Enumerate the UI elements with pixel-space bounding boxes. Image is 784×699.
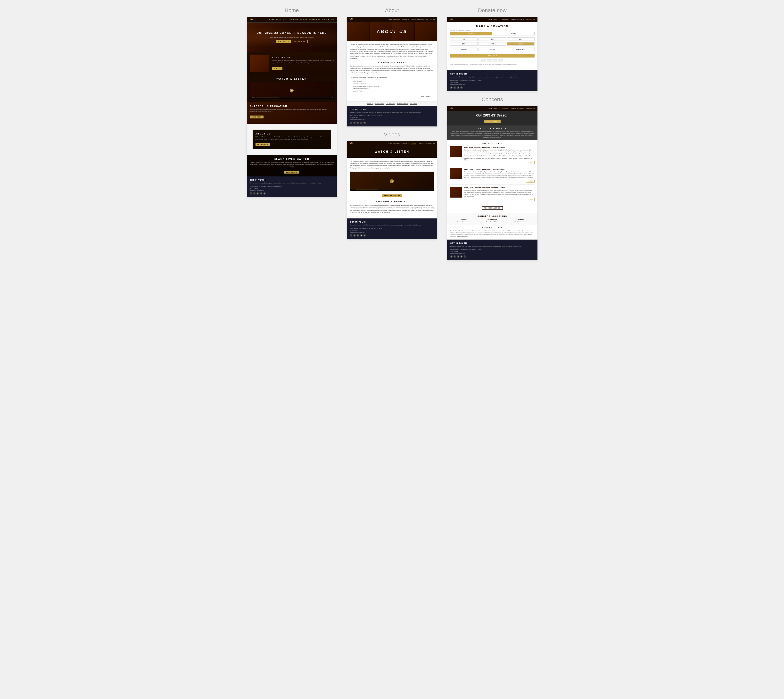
concerts-nav-outreach[interactable]: OUTREACH xyxy=(517,108,525,109)
concerts-nav-links: HOME ABOUT US CONCERTS VIDEOS OUTREACH S… xyxy=(488,108,535,109)
buy-tickets-button[interactable]: BUY TICKETS xyxy=(276,40,291,43)
amount-1200[interactable]: $1,200 xyxy=(507,42,534,46)
videos-nav-home[interactable]: HOME xyxy=(388,143,392,144)
tickets-btn-1[interactable]: TICKETS xyxy=(526,161,534,164)
videos-play-button[interactable] xyxy=(390,179,394,183)
amount-25000[interactable]: $25,000 xyxy=(478,48,506,51)
about-nav-about[interactable]: ABOUT US xyxy=(393,18,400,20)
donate-youtube-icon[interactable]: ▶ xyxy=(460,86,463,89)
musician-thumb-4 xyxy=(415,22,437,41)
donate-nav-support[interactable]: SUPPORT US xyxy=(526,18,535,20)
donate-nav-concerts[interactable]: CONCERTS xyxy=(502,18,509,20)
sub-nav-our-musicians[interactable]: Our Musicians xyxy=(386,103,395,104)
videos-instagram-icon[interactable]: in xyxy=(357,234,359,237)
sub-nav-board-of-directors[interactable]: Board of Directors xyxy=(397,103,408,104)
video-progress-bar[interactable] xyxy=(256,98,331,98)
sub-nav-our-videos[interactable]: Our Videos xyxy=(410,103,417,104)
videos-video-player[interactable]: 0:01 / 1:46 🔊 YT xyxy=(350,172,434,191)
view-catalog-button[interactable]: View our catalog xyxy=(382,194,402,197)
nav-outreach[interactable]: OUTREACH xyxy=(309,19,319,20)
nav-concerts[interactable]: CONCERTS xyxy=(288,19,298,20)
donate-nav-outreach[interactable]: OUTREACH xyxy=(517,18,525,20)
read-more-button[interactable]: READ MORE xyxy=(250,116,263,118)
about-nav-outreach[interactable]: OUTREACH xyxy=(417,18,425,20)
videos-youtube-icon[interactable]: ▶ xyxy=(360,234,362,237)
concerts-nav-home[interactable]: HOME xyxy=(488,108,492,109)
youtube-icon[interactable]: ▶ xyxy=(260,192,262,195)
videos-progress-bar[interactable] xyxy=(356,190,430,190)
amount-10[interactable]: $10 xyxy=(450,37,478,41)
about-nav-support[interactable]: SUPPORT US xyxy=(426,18,435,20)
one-time-btn[interactable]: One Time xyxy=(450,32,492,35)
about-instagram-icon[interactable]: in xyxy=(357,122,359,124)
hero-subtitle: Bach and the Dance | Name of Second Show… xyxy=(256,36,327,38)
tickets-btn-2[interactable]: TICKETS xyxy=(526,180,534,182)
nav-about[interactable]: ABOUT US xyxy=(276,19,286,20)
about-youtube-icon[interactable]: ▶ xyxy=(360,122,362,124)
donate-get-in-touch: GET IN TOUCH We want to hear from you. C… xyxy=(447,70,537,91)
amount-10000[interactable]: $10,000 xyxy=(450,48,478,51)
about-nav-home[interactable]: HOME xyxy=(388,18,392,20)
about-twitter-icon[interactable]: t xyxy=(353,122,356,124)
videos-nav-outreach[interactable]: OUTREACH xyxy=(417,143,425,144)
subscribe-button[interactable]: SUBSCRIBE xyxy=(484,120,501,123)
amount-100[interactable]: $100 xyxy=(507,37,534,41)
donate-mockup: VM HOME ABOUT US CONCERTS VIDEOS OUTREAC… xyxy=(447,17,538,91)
donate-nav-home[interactable]: HOME xyxy=(488,18,492,20)
mission-note: The mission is supported by five mutuall… xyxy=(350,76,434,78)
about-facebook-icon[interactable]: f xyxy=(350,122,352,124)
donate-nav-about[interactable]: ABOUT US xyxy=(493,18,500,20)
donate-twitter-icon[interactable]: t xyxy=(453,86,456,89)
videos-play-icon[interactable] xyxy=(390,179,394,183)
concerts-nav-concerts[interactable]: CONCERTS xyxy=(502,108,509,109)
sub-nav-music-directors[interactable]: Music Director xyxy=(375,103,384,104)
learn-more-about-button[interactable]: LEARN MORE xyxy=(255,143,270,146)
concerts-instagram-icon[interactable]: in xyxy=(457,255,459,258)
continue-button[interactable]: Continue xyxy=(450,54,534,58)
music-directors-link[interactable]: Music Directors › xyxy=(418,94,434,98)
videos-facebook-icon[interactable]: f xyxy=(350,234,352,237)
sub-nav-about-us[interactable]: About Us xyxy=(367,103,373,104)
amount-250[interactable]: $250 xyxy=(450,42,478,46)
concerts-nav-videos[interactable]: VIDEOS xyxy=(511,108,516,109)
donate-instagram-icon[interactable]: in xyxy=(457,86,459,89)
donate-button[interactable]: DONATE xyxy=(272,67,283,70)
amount-other[interactable]: Other Amount xyxy=(507,48,534,51)
linkedin-icon[interactable]: li xyxy=(263,192,266,195)
about-linkedin-icon[interactable]: li xyxy=(364,122,366,124)
donate-facebook-icon[interactable]: f xyxy=(450,86,453,89)
blm-learn-more-button[interactable]: LEARN MORE xyxy=(284,171,299,174)
request-another-button[interactable]: Request Another xyxy=(482,206,503,210)
nav-home[interactable]: HOME xyxy=(269,19,274,20)
play-button[interactable] xyxy=(290,89,294,93)
amount-25[interactable]: $25 xyxy=(478,37,506,41)
instagram-icon[interactable]: in xyxy=(256,192,259,195)
concerts-facebook-icon[interactable]: f xyxy=(450,255,453,258)
nav-support[interactable]: SUPPORT US xyxy=(322,19,334,20)
nav-videos[interactable]: VIDEOS xyxy=(300,19,307,20)
learn-more-hero-button[interactable]: LEARN MORE xyxy=(292,40,308,43)
twitter-icon[interactable]: t xyxy=(253,192,255,195)
about-sub-nav: About Us Music Director Our Musicians Bo… xyxy=(347,101,437,106)
donate-nav-videos[interactable]: VIDEOS xyxy=(511,18,516,20)
facebook-icon[interactable]: f xyxy=(250,192,252,195)
concerts-twitter-icon[interactable]: t xyxy=(453,255,456,258)
videos-nav-videos[interactable]: VIDEOS xyxy=(410,143,416,144)
videos-nav-about[interactable]: ABOUT US xyxy=(393,143,400,144)
tickets-btn-3[interactable]: TICKETS xyxy=(526,198,534,201)
videos-linkedin-icon[interactable]: li xyxy=(364,234,366,237)
videos-nav-support[interactable]: SUPPORT US xyxy=(426,143,435,144)
concerts-youtube-icon[interactable]: ▶ xyxy=(460,255,463,258)
videos-twitter-icon[interactable]: t xyxy=(353,234,356,237)
about-nav-videos[interactable]: VIDEOS xyxy=(410,18,416,20)
concerts-nav-support[interactable]: SUPPORT US xyxy=(526,108,535,109)
monthly-btn[interactable]: Monthly xyxy=(493,32,534,35)
about-hero: ABOUT US xyxy=(347,22,437,41)
videos-nav-concerts[interactable]: CONCERTS xyxy=(402,143,409,144)
videos-footer-intro: We want to hear from you. Click to sign … xyxy=(350,224,434,226)
concerts-nav-about[interactable]: ABOUT US xyxy=(493,108,500,109)
video-player[interactable]: 0:01 / 1:46 🔊 xyxy=(250,82,334,99)
amount-500[interactable]: $500 xyxy=(478,42,506,46)
concerts-linkedin-icon[interactable]: li xyxy=(464,255,466,258)
about-nav-concerts[interactable]: CONCERTS xyxy=(402,18,409,20)
